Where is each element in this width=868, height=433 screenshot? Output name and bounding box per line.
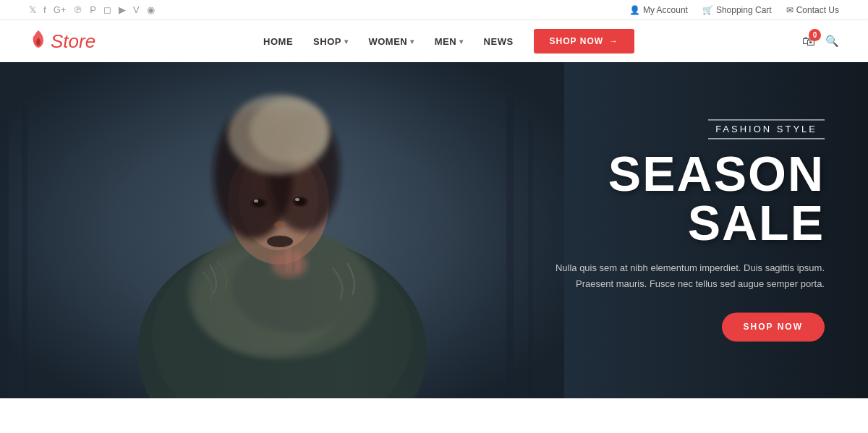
shopping-cart-link[interactable]: 🛒 Shopping Cart [702,5,772,15]
shop-now-button[interactable]: SHOP NOW → [534,29,634,53]
my-account-link[interactable]: 👤 My Account [629,5,688,15]
women-chevron-icon: ▾ [410,38,414,46]
logo[interactable]: Store [29,29,95,53]
contact-icon: ✉ [786,5,793,15]
hero-description: Nulla quis sem at nibh elementum imperdi… [506,260,825,292]
logo-brand: Store [51,30,95,52]
hero-content: FASHION STYLE SEASON SALE Nulla quis sem… [506,119,825,341]
contact-us-link[interactable]: ✉ Contact Us [786,5,839,15]
shopping-cart-label: Shopping Cart [716,5,772,15]
cart-icon: 🛒 [702,5,713,15]
nav-shop[interactable]: SHOP ▾ [313,36,348,47]
google-plus-icon[interactable]: G+ [54,4,67,15]
hero-subtitle: FASHION STYLE [708,119,825,139]
cart-button[interactable]: 🛍 0 [802,34,815,49]
header-icons: 🛍 0 🔍 [802,34,839,49]
hero-section: FASHION STYLE SEASON SALE Nulla quis sem… [0,62,868,398]
hero-title: SEASON SALE [506,149,825,247]
social-icons: 𝕏 f G+ ℗ P ◻ ▶ V ◉ [29,4,155,15]
facebook-icon[interactable]: f [43,4,46,15]
instagram-icon[interactable]: ◻ [103,4,111,15]
men-chevron-icon: ▾ [459,38,464,46]
vimeo-icon[interactable]: V [133,4,140,15]
shop-chevron-icon: ▾ [344,38,349,46]
nav-news[interactable]: NEWS [484,36,514,47]
hero-desc-line1: Nulla quis sem at nibh elementum imperdi… [506,260,825,276]
cart-badge: 0 [809,29,821,41]
nav-home[interactable]: HOME [263,36,293,47]
pinterest-icon[interactable]: ℗ [73,4,82,15]
account-icon: 👤 [629,5,640,15]
contact-us-label: Contact Us [796,5,839,15]
logo-icon [29,29,48,53]
logo-text: Store [51,30,95,53]
search-icon[interactable]: 🔍 [825,35,839,48]
my-account-label: My Account [643,5,688,15]
header: Store HOME SHOP ▾ WOMEN ▾ MEN ▾ NEWS SHO… [0,20,868,62]
nav-men[interactable]: MEN ▾ [435,36,464,47]
rss-icon[interactable]: ◉ [147,4,155,15]
twitter-icon[interactable]: 𝕏 [29,4,36,15]
hero-desc-line2: Praesent mauris. Fusce nec tellus sed au… [506,276,825,292]
pinterest2-icon[interactable]: P [90,4,96,15]
top-bar: 𝕏 f G+ ℗ P ◻ ▶ V ◉ 👤 My Account 🛒 Shoppi… [0,0,868,20]
hero-cta-button[interactable]: SHOP NOW [722,312,825,341]
shop-now-label: SHOP NOW [550,36,603,46]
nav-women[interactable]: WOMEN ▾ [368,36,414,47]
main-nav: HOME SHOP ▾ WOMEN ▾ MEN ▾ NEWS SHOP NOW … [263,29,634,53]
top-links: 👤 My Account 🛒 Shopping Cart ✉ Contact U… [629,5,839,15]
youtube-icon[interactable]: ▶ [119,4,126,15]
arrow-icon: → [609,36,618,46]
